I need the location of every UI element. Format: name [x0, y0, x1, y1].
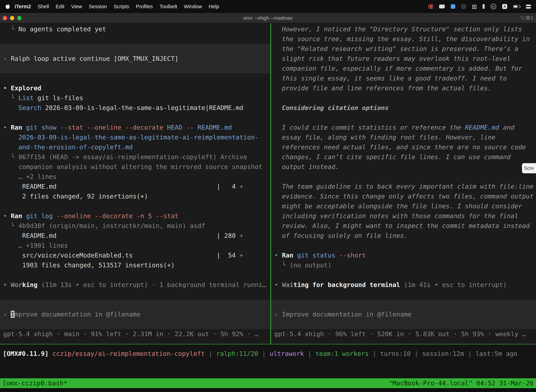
input-source-a-icon[interactable]: A [502, 4, 507, 9]
pane-bottom-border [0, 344, 536, 344]
text-segment: src/voice/voiceModeEnabled.ts | 54 [3, 252, 239, 259]
battery-icon[interactable] [513, 5, 520, 8]
terminal-line [0, 44, 270, 54]
session-stats: gpt-5.4 xhigh · main · 91% left · 2.31M … [0, 329, 270, 339]
status-segment: ralph:11/20 [216, 350, 258, 357]
apple-menu-icon[interactable] [5, 4, 10, 9]
tmux-status-bar: [omx-cczip0:bash* "MacBook-Pro-44.local"… [0, 378, 536, 388]
terminal-line: the "Related research writing" section i… [271, 44, 536, 54]
thinking-heading: Considering citation options [271, 103, 536, 113]
tmux-host-clock: "MacBook-Pro-44.local" 04:52 31-Mar-26 [389, 378, 534, 388]
menu-item-profiles[interactable]: Profiles [133, 4, 156, 9]
text-segment: the "Related research writing" section i… [274, 45, 518, 52]
text-segment: git status [293, 252, 335, 259]
status-segment: last:5m ago [475, 350, 517, 357]
terminal-line: including verification notes with those … [271, 211, 536, 221]
screen-share-tab[interactable]: Scre [522, 163, 536, 173]
dots-grid-icon[interactable] [472, 4, 477, 9]
terminal-line [271, 290, 536, 300]
text-segment: companion analysis without altering the … [3, 163, 262, 170]
terminal-line [0, 201, 270, 211]
status-segment: | [411, 350, 422, 357]
text-segment: git log [22, 212, 53, 219]
text-segment: Wai [282, 281, 293, 288]
terminal-line [271, 319, 536, 329]
text-segment: gpt-5.4 xhigh · 96% left · 520K in · 5.8… [274, 330, 526, 338]
key-icon[interactable] [483, 4, 485, 9]
text-segment: └ (no output) [274, 261, 331, 269]
tmux-session-window[interactable]: [omx-cczip0:bash* [2, 378, 67, 388]
text-segment: + [239, 183, 243, 190]
menu-item-help[interactable]: Help [205, 4, 222, 9]
menu-item-iterm2[interactable]: iTerm2 [11, 4, 34, 9]
terminal-line: The team guideline is to back every impo… [271, 182, 536, 191]
ran-command: • Ran git log --oneline --decorate -n 5 … [0, 211, 270, 221]
status-segment: | [304, 350, 315, 357]
text-segment: … +2 lines [3, 173, 57, 180]
text-segment: README.md | 280 [3, 232, 239, 239]
badge-61-icon[interactable]: 61 [491, 4, 496, 9]
keyboard-icon[interactable] [439, 5, 445, 9]
menu-items: iTerm2ShellEditViewSessionScriptsProfile… [10, 4, 222, 9]
menu-item-shell[interactable]: Shell [34, 4, 53, 9]
text-segment: └ 4b9d30f (origin/main, instructkr/main,… [3, 222, 205, 229]
window-title: omx --xhigh --madmax [0, 13, 536, 23]
macos-menu-bar: iTerm2ShellEditViewSessionScriptsProfile… [0, 0, 536, 13]
app-icon-dark[interactable] [461, 4, 466, 9]
text-segment: › [3, 55, 11, 62]
terminal-line: 2 files changed, 92 insertions(+) [0, 191, 270, 201]
terminal-line: └ No agents completed yet [0, 24, 270, 34]
prompt-input[interactable]: › Improve documentation in @filename [0, 309, 270, 319]
text-segment: Considering citation options [274, 104, 389, 111]
terminal-line: README.md | 4 + [0, 182, 270, 191]
app-icon-blue[interactable] [451, 4, 455, 9]
terminal-line [0, 270, 270, 280]
terminal-line [0, 300, 270, 309]
terminal-line: companion file, especially if more comme… [271, 64, 536, 73]
text-segment: and-the-erosion-of-copyleft.md [3, 144, 133, 151]
control-center-icon[interactable] [526, 5, 531, 9]
window-title-bar[interactable]: omx --xhigh --madmax ⌥⌘1 [0, 13, 536, 23]
text-segment: Improve documentation in @filename [282, 311, 412, 318]
terminal-line [0, 319, 270, 329]
omx-status-bar: [OMX#0.11.9] cczip/essay/ai-reimplementa… [3, 349, 517, 359]
status-segment: cczip/essay/ai-reimplementation-copyleft [53, 350, 205, 357]
terminal-line: 2026-03-09-is-legal-the-same-as-legitima… [0, 132, 270, 142]
text-segment: 1903 files changed, 513517 insertions(+) [3, 261, 175, 269]
text-segment: 2026-03-09-is-legal-the-same-as-legitima… [3, 134, 258, 141]
text-segment: gpt-5.4 xhigh · main · 91% left · 2.31M … [3, 330, 258, 338]
text-segment: and [499, 124, 515, 131]
text-segment: this single essay, it seems like a good … [274, 75, 507, 82]
status-segment: | [464, 350, 475, 357]
explored-header: • Explored [0, 83, 270, 93]
menu-item-edit[interactable]: Edit [52, 4, 68, 9]
terminal-line: references need actual files, and since … [271, 142, 536, 152]
terminal-line [271, 241, 536, 250]
menu-item-scripts[interactable]: Scripts [110, 4, 133, 9]
menu-item-toolbelt[interactable]: Toolbelt [156, 4, 180, 9]
terminal-pane-left[interactable]: └ No agents completed yet› Ralph loop ac… [0, 23, 270, 344]
terminal-line [0, 113, 270, 123]
status-segment: [OMX#0.11.9] [3, 350, 53, 357]
text-segment: might be acceptable alongside the file l… [274, 202, 522, 210]
text-segment: (11m 13s • esc to interrupt) · 1 backgro… [38, 281, 266, 288]
menu-item-window[interactable]: Window [180, 4, 205, 9]
text-segment: essay file, along with finding root file… [274, 134, 495, 141]
text-segment: … +1901 lines [3, 242, 68, 249]
text-segment: • [3, 212, 11, 219]
prompt-input[interactable]: › Improve documentation in @filename [271, 309, 536, 319]
menu-item-view[interactable]: View [68, 4, 85, 9]
session-stats: gpt-5.4 xhigh · 96% left · 520K in · 5.8… [271, 329, 536, 339]
terminal-pane-right[interactable]: However, I noticed the "Directory Struct… [271, 23, 536, 344]
terminal-line: └ List git ls-files [0, 93, 270, 103]
text-segment: • [3, 281, 11, 288]
terminal-line [0, 290, 270, 300]
screen-recording-icon[interactable] [429, 4, 433, 9]
menu-item-session[interactable]: Session [86, 4, 110, 9]
text-segment: Wor [11, 281, 22, 288]
terminal-line: review. Also, I might want to inspect th… [271, 221, 536, 231]
text-segment: king [22, 281, 38, 288]
terminal-line: README.md | 280 + [0, 231, 270, 241]
ran-command: • Ran git show --stat --oneline --decora… [0, 123, 270, 132]
text-segment: companion file, especially if more comme… [274, 65, 522, 72]
